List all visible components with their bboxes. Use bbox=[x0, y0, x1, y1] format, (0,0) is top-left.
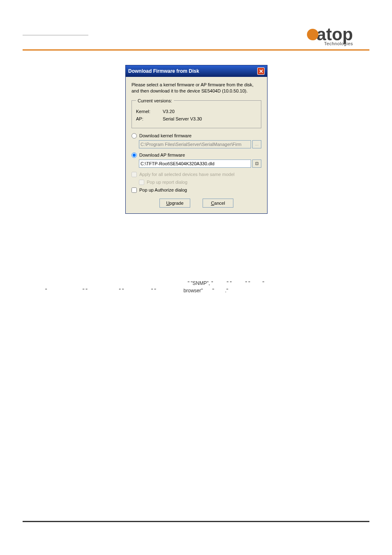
radio-ap-label: Download AP firmware bbox=[139, 153, 185, 157]
ap-path-input[interactable] bbox=[139, 160, 251, 168]
checkbox-popup-auth-input[interactable] bbox=[131, 187, 137, 193]
page-body-text: " "SNMP", " " " " " " " " " " " " " brow… bbox=[45, 280, 347, 294]
ellipsis-icon: ⊡ bbox=[255, 162, 258, 166]
checkbox-popup-auth[interactable]: Pop up Authorize dialog bbox=[131, 187, 261, 193]
current-versions-group: Current versions: Kernel: V3.20 AP: Seri… bbox=[131, 98, 261, 128]
checkbox-apply-all: Apply for all selected devices have same… bbox=[131, 172, 261, 177]
radio-kernel-firmware[interactable]: Download kernel firmware bbox=[131, 133, 261, 139]
kernel-value: V3.20 bbox=[163, 109, 175, 114]
checkbox-apply-all-label: Apply for all selected devices have same… bbox=[139, 172, 235, 177]
dialog-instruction: Please select a kernel firmware or AP fi… bbox=[131, 82, 261, 94]
checkbox-popup-report: Pop up report dialog bbox=[139, 180, 261, 185]
checkbox-popup-report-label: Pop up report dialog bbox=[147, 180, 187, 185]
ellipsis-icon: ... bbox=[255, 142, 258, 146]
browse-kernel-button: ... bbox=[252, 140, 261, 148]
footer-divider bbox=[23, 521, 369, 522]
radio-ap-input[interactable] bbox=[131, 153, 137, 158]
download-firmware-dialog: Download Firmware from Disk ✕ Please sel… bbox=[125, 65, 267, 214]
kernel-path-input bbox=[139, 140, 251, 148]
ap-label: AP: bbox=[136, 116, 163, 121]
header-divider bbox=[23, 49, 369, 51]
cancel-button[interactable]: Cancel bbox=[203, 199, 233, 208]
dialog-titlebar[interactable]: Download Firmware from Disk ✕ bbox=[126, 65, 267, 77]
browse-ap-button[interactable]: ⊡ bbox=[252, 160, 261, 168]
ap-value: Serial Server V3.30 bbox=[163, 116, 202, 121]
radio-kernel-label: Download kernel firmware bbox=[139, 133, 191, 138]
versions-legend: Current versions: bbox=[136, 98, 174, 103]
dialog-title: Download Firmware from Disk bbox=[128, 68, 199, 74]
upgrade-button[interactable]: Upgrade bbox=[159, 199, 190, 208]
radio-kernel-input[interactable] bbox=[131, 133, 137, 139]
checkbox-popup-report-input bbox=[139, 180, 144, 185]
close-icon[interactable]: ✕ bbox=[257, 67, 265, 75]
kernel-label: Kernel: bbox=[136, 109, 163, 114]
radio-ap-firmware[interactable]: Download AP firmware bbox=[131, 153, 261, 158]
logo-subtext: Technologies bbox=[324, 41, 353, 46]
checkbox-popup-auth-label: Pop up Authorize dialog bbox=[139, 187, 187, 192]
checkbox-apply-all-input bbox=[131, 172, 137, 177]
